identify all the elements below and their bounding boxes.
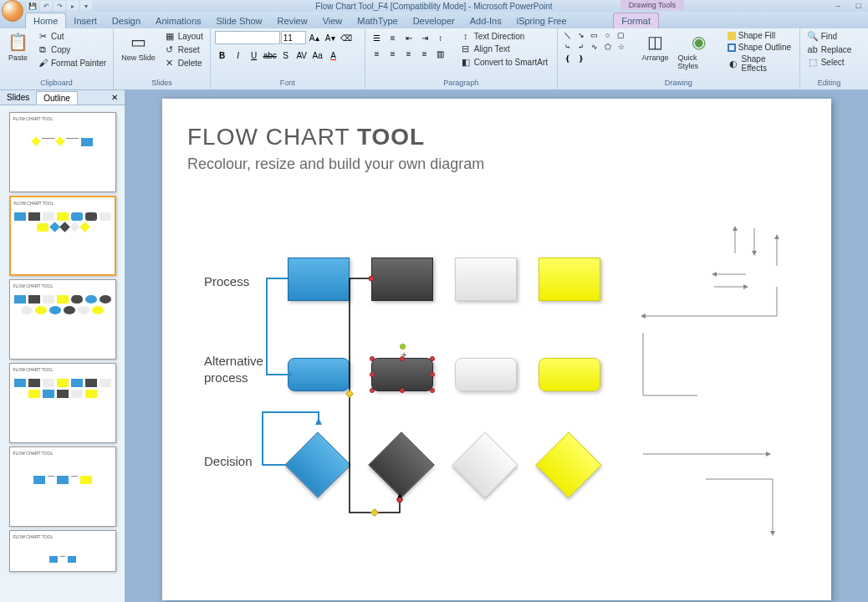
tab-addins[interactable]: Add-Ins [462,13,509,28]
align-center-button[interactable]: ≡ [385,46,401,61]
bold-button[interactable]: B [215,48,230,63]
font-family-combo[interactable] [215,31,280,44]
label-altprocess2[interactable]: process [204,370,248,385]
slide-canvas[interactable]: FLOW CHART TOOL Recolour, resize and bui… [162,99,831,600]
shape-decision-gray[interactable] [452,431,518,497]
shape-altprocess-gray[interactable] [455,358,517,391]
office-button[interactable] [2,0,23,22]
tab-ispring[interactable]: iSpring Free [509,13,574,28]
paste-button[interactable]: 📋 Paste [4,30,32,64]
rotate-handle[interactable] [400,344,406,349]
label-process[interactable]: Process [204,274,249,288]
underline-button[interactable]: U [247,48,262,63]
shape-polygon-icon[interactable]: ⬠ [602,42,614,52]
tab-review[interactable]: Review [270,13,315,28]
thumbnail-list[interactable]: FLOW CHART TOOL FLOW CHART TOOL [0,105,125,602]
conn-handle-l[interactable] [370,372,375,377]
shape-curve-icon[interactable]: ∿ [589,42,600,52]
shape-altprocess-yellow[interactable] [539,358,600,391]
shape-oval-icon[interactable]: ○ [602,30,614,40]
conn-handle-tr[interactable] [430,356,435,361]
qat-redo-icon[interactable]: ↷ [54,1,65,11]
conn-handle-br[interactable] [430,388,435,393]
format-painter-button[interactable]: 🖌Format Painter [34,57,109,69]
maximize-button[interactable]: ☐ [848,1,868,11]
reset-button[interactable]: ↺Reset [161,43,206,56]
increase-font-icon[interactable]: A▴ [307,30,322,45]
shape-star-icon[interactable]: ☆ [615,42,627,52]
tab-format[interactable]: Format [613,13,659,28]
shape-connector-icon[interactable]: ⤷ [562,42,574,52]
font-color-button[interactable]: A [326,48,341,63]
tab-animations[interactable]: Animations [148,13,208,28]
line-spacing-button[interactable]: ↕ [433,30,448,45]
shape-decision-yellow[interactable] [535,431,601,497]
decrease-font-icon[interactable]: A▾ [323,30,338,45]
label-altprocess1[interactable]: Alternative [204,354,263,368]
shape-brace-icon[interactable]: ❴ [562,54,574,64]
slide-title[interactable]: FLOW CHART TOOL [187,124,806,150]
label-decision[interactable]: Decision [204,454,253,468]
justify-button[interactable]: ≡ [417,46,432,61]
shape-elbow-icon[interactable]: ⤶ [575,42,587,52]
strikethrough-button[interactable]: abc [263,48,278,63]
select-button[interactable]: ⬚Select [804,56,847,69]
numbering-button[interactable]: ≡ [385,30,401,45]
tab-home[interactable]: Home [25,13,66,28]
align-right-button[interactable]: ≡ [401,46,416,61]
panel-close-button[interactable]: ✕ [105,91,125,104]
char-spacing-button[interactable]: AV [294,48,309,63]
slide-thumb-6[interactable]: FLOW CHART TOOL [9,530,116,572]
delete-button[interactable]: ✕Delete [161,57,206,69]
panel-tab-slides[interactable]: Slides [0,91,36,104]
copy-button[interactable]: ⧉Copy [34,43,109,56]
shape-brace2-icon[interactable]: ❵ [575,54,587,64]
conn-handle-r[interactable] [430,372,435,377]
qat-undo-icon[interactable]: ↶ [40,1,52,11]
layout-button[interactable]: ▦Layout [161,30,206,43]
decrease-indent-button[interactable]: ⇤ [401,30,416,45]
conn-handle-t[interactable] [400,356,405,361]
increase-indent-button[interactable]: ⇥ [417,30,432,45]
conn-handle-bl[interactable] [370,388,375,393]
new-slide-button[interactable]: ▭ New Slide [118,30,159,64]
qat-dropdown-icon[interactable]: ▾ [80,1,92,11]
font-size-combo[interactable] [281,31,306,44]
shadow-button[interactable]: S [278,48,294,63]
tab-slideshow[interactable]: Slide Show [209,13,270,28]
shape-altprocess-blue[interactable] [288,358,350,391]
shape-line-icon[interactable]: ＼ [562,30,574,40]
slide-editor[interactable]: FLOW CHART TOOL Recolour, resize and bui… [125,90,868,602]
qat-save-icon[interactable]: 💾 [27,1,38,11]
shape-fill-button[interactable]: Shape Fill [725,30,795,41]
shape-gallery[interactable]: ＼ ↘ ▭ ○ ▢ ⤷ ⤶ ∿ ⬠ ☆ ❴ ❵ [562,30,636,64]
tab-mathtype[interactable]: MathType [350,13,405,28]
change-case-button[interactable]: Aa [310,48,325,63]
shape-process-blue[interactable] [288,258,350,301]
arrow-templates[interactable] [706,224,806,542]
shape-rect-icon[interactable]: ▭ [589,30,600,40]
shape-arrow-icon[interactable]: ↘ [575,30,587,40]
slide-subtitle[interactable]: Recolour, resize and build your own diag… [187,156,806,173]
slide-thumb-1[interactable]: FLOW CHART TOOL [9,112,116,192]
shape-process-gray[interactable] [455,258,517,301]
tab-developer[interactable]: Developer [406,13,462,28]
tab-view[interactable]: View [315,13,350,28]
columns-button[interactable]: ▥ [433,46,448,61]
cut-button[interactable]: ✂Cut [34,30,109,43]
align-left-button[interactable]: ≡ [370,46,385,61]
conn-handle-tl[interactable] [370,356,375,361]
quick-styles-button[interactable]: ◉ Quick Styles [674,30,722,72]
minimize-button[interactable]: ─ [828,1,848,11]
replace-button[interactable]: abReplace [804,43,855,55]
arrange-button[interactable]: ◫ Arrange [638,30,671,64]
tab-design[interactable]: Design [105,13,148,28]
panel-tab-outline[interactable]: Outline [36,91,78,105]
tab-insert[interactable]: Insert [66,13,105,28]
shape-roundrect-icon[interactable]: ▢ [615,30,627,40]
conn-handle-b[interactable] [400,388,405,393]
shape-outline-button[interactable]: Shape Outline [725,42,795,53]
clear-format-icon[interactable]: ⌫ [339,30,354,45]
shape-process-dark[interactable] [371,258,433,301]
bullets-button[interactable]: ☰ [370,30,385,45]
